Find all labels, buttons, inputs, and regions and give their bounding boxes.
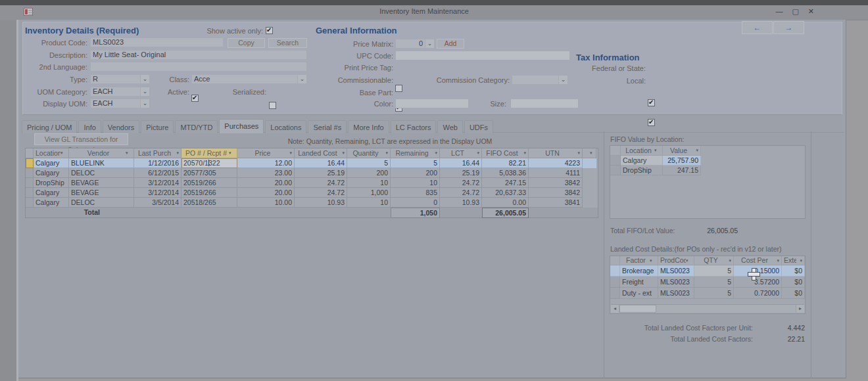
grid-cell[interactable]: 200: [347, 168, 391, 178]
grid-cell[interactable]: 3.57200: [734, 277, 782, 288]
column-header[interactable]: FIFO Cost▾: [482, 148, 529, 158]
display-uom-combo[interactable]: EACH ⌄: [90, 99, 150, 108]
column-header[interactable]: UTN▾: [529, 148, 583, 158]
uom-category-combo[interactable]: EACH ⌄: [90, 87, 150, 97]
grid-cell[interactable]: 24.72: [295, 188, 347, 198]
grid-cell[interactable]: 24.72: [440, 188, 482, 198]
column-header[interactable]: Landed Cost▾: [295, 148, 347, 158]
grid-cell[interactable]: 3841: [529, 198, 583, 208]
grid-cell[interactable]: 3842: [529, 178, 583, 188]
column-header[interactable]: Location▾: [621, 146, 663, 156]
record-selector[interactable]: [26, 168, 34, 178]
filter-arrow-icon[interactable]: ▾: [773, 256, 779, 265]
tab-serial-numbers[interactable]: Serial #s: [308, 120, 347, 133]
grid-cell[interactable]: 10: [347, 178, 391, 188]
print-price-tag-checkbox[interactable]: [395, 85, 402, 92]
commission-category-combo[interactable]: ⌄: [512, 75, 568, 85]
filter-arrow-icon[interactable]: ▾: [650, 256, 656, 265]
grid-cell[interactable]: 12.00: [237, 158, 295, 168]
grid-cell[interactable]: 3/12/2014: [134, 188, 181, 198]
search-button[interactable]: Search: [268, 38, 307, 48]
grid-cell[interactable]: 20519/266: [181, 178, 237, 188]
grid-cell[interactable]: BEVAGE: [69, 188, 134, 198]
grid-cell[interactable]: DELOC: [69, 198, 134, 208]
scroll-right-icon[interactable]: ▸: [796, 305, 804, 313]
grid-cell[interactable]: 23.00: [237, 168, 295, 178]
column-header[interactable]: Value▾: [663, 146, 701, 156]
chevron-down-icon[interactable]: ⌄: [140, 75, 149, 83]
color-field[interactable]: [395, 99, 469, 108]
column-header[interactable]: Extens▾: [782, 256, 805, 265]
next-record-button[interactable]: →: [773, 21, 804, 34]
grid-cell[interactable]: 20570/1322: [181, 158, 237, 168]
grid-cell[interactable]: 5: [347, 158, 391, 168]
grid-cell[interactable]: 4111: [529, 168, 583, 178]
grid-cell[interactable]: Calgary: [34, 158, 69, 168]
grid-cell[interactable]: 5,038.36: [482, 168, 529, 178]
grid-cell[interactable]: 835: [391, 188, 440, 198]
grid-cell[interactable]: 0.72000: [734, 288, 782, 299]
column-header[interactable]: Location▾: [34, 148, 69, 158]
grid-cell[interactable]: 247.15: [482, 178, 529, 188]
column-header[interactable]: ProdCode▾: [658, 256, 694, 265]
column-header[interactable]: Last Purch▾: [134, 148, 181, 158]
tab-mtd-ytd[interactable]: MTD/YTD: [175, 120, 218, 133]
scrollbar-thumb[interactable]: [619, 305, 656, 313]
upc-code-field[interactable]: [395, 51, 570, 60]
column-header[interactable]: Vendor▾: [69, 148, 134, 158]
grid-cell[interactable]: Calgary: [34, 168, 69, 178]
grid-cell[interactable]: 16.44: [440, 158, 482, 168]
filter-arrow-icon[interactable]: ▾: [339, 148, 345, 158]
chevron-down-icon[interactable]: ⌄: [297, 75, 306, 83]
grid-cell[interactable]: Duty - ext: [620, 288, 658, 299]
grid-cell[interactable]: 10: [391, 178, 440, 188]
column-header[interactable]: QTY▾: [694, 256, 734, 265]
tab-pricing-uom[interactable]: Pricing / UOM: [22, 120, 77, 133]
grid-cell[interactable]: 25.19: [295, 168, 347, 178]
filter-arrow-icon[interactable]: ▾: [520, 148, 526, 158]
close-button[interactable]: ✕: [808, 6, 814, 16]
maximize-button[interactable]: ▢: [792, 6, 798, 16]
grid-cell[interactable]: 247.15: [663, 166, 701, 175]
grid-cell[interactable]: Calgary: [34, 188, 69, 198]
grid-cell[interactable]: DropShip: [621, 166, 663, 175]
grid-cell[interactable]: 3/5/2014: [134, 198, 181, 208]
grid-cell[interactable]: 0: [391, 198, 440, 208]
previous-record-button[interactable]: ←: [742, 21, 773, 34]
view-gl-transaction-button[interactable]: View GL Transaction for Selected: [34, 133, 128, 145]
record-selector[interactable]: [26, 178, 34, 188]
grid-cell[interactable]: 20577/305: [181, 168, 237, 178]
active-checkbox[interactable]: [191, 95, 199, 102]
grid-cell[interactable]: 5: [694, 265, 734, 277]
filter-arrow-icon[interactable]: ▾: [725, 256, 731, 265]
price-matrix-combo[interactable]: 0 ⌄: [395, 39, 435, 49]
filter-arrow-icon[interactable]: ▾: [473, 148, 479, 158]
grid-cell[interactable]: 10.93: [440, 198, 482, 208]
second-language-field[interactable]: [90, 62, 307, 72]
tab-udfs[interactable]: UDFs: [464, 120, 493, 133]
filter-arrow-icon[interactable]: ▾: [229, 148, 235, 158]
class-combo[interactable]: Acce ⌄: [191, 74, 307, 84]
grid-cell[interactable]: 0.15000: [734, 265, 782, 277]
type-combo[interactable]: R ⌄: [90, 74, 150, 84]
grid-cell[interactable]: DELOC: [69, 168, 134, 178]
grid-cell[interactable]: 1/12/2016: [134, 158, 181, 168]
grid-cell[interactable]: 10: [347, 198, 391, 208]
grid-cell[interactable]: 3842: [529, 188, 583, 198]
grid-cell[interactable]: 25,757.90: [663, 156, 701, 166]
grid-cell[interactable]: Brokerage: [620, 265, 658, 277]
filter-arrow-icon[interactable]: ▾: [654, 146, 660, 155]
grid-cell[interactable]: 20519/266: [181, 188, 237, 198]
grid-cell[interactable]: DropShip: [34, 178, 69, 188]
filter-arrow-icon[interactable]: ▾: [286, 148, 292, 158]
grid-cell[interactable]: BEVAGE: [69, 178, 134, 188]
tab-web[interactable]: Web: [437, 120, 462, 133]
grid-cell[interactable]: 10.00: [237, 198, 295, 208]
grid-cell[interactable]: MLS0023: [658, 277, 694, 288]
federal-or-state-checkbox[interactable]: [648, 99, 655, 106]
show-active-only-checkbox[interactable]: [266, 27, 273, 34]
description-field[interactable]: My Little Seat- Original: [90, 50, 307, 60]
tab-purchases[interactable]: Purchases: [219, 119, 264, 133]
size-field[interactable]: [510, 99, 579, 108]
record-selector[interactable]: [610, 156, 621, 166]
